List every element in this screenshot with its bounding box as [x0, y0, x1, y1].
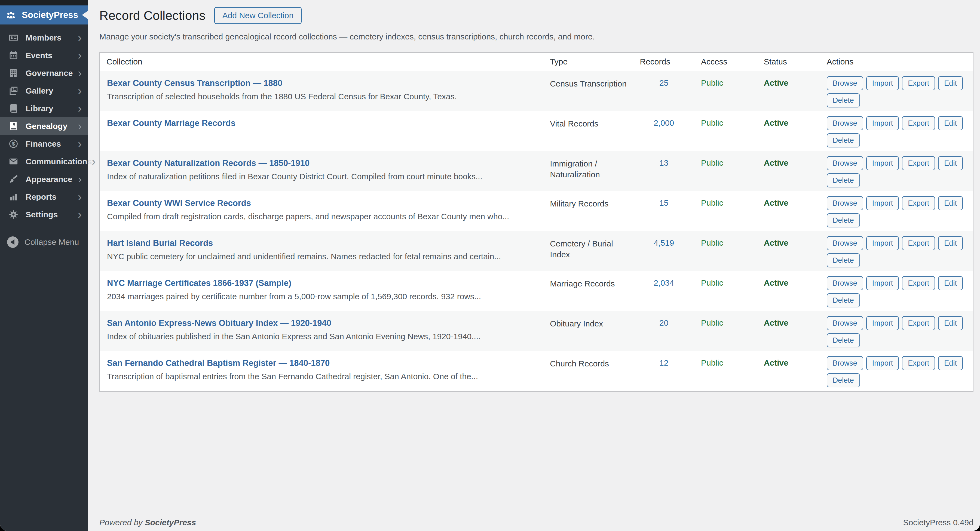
records-count-link[interactable]: 20	[659, 318, 668, 327]
status-badge: Active	[757, 351, 820, 391]
table-row: Bexar County Census Transcription — 1880…	[100, 71, 973, 111]
records-count-link[interactable]: 15	[659, 198, 668, 207]
delete-button[interactable]: Delete	[827, 253, 860, 268]
edit-button[interactable]: Edit	[938, 76, 963, 90]
access-cell: Public	[694, 111, 757, 151]
collection-title-link[interactable]: San Fernando Cathedral Baptism Register …	[107, 358, 330, 368]
table-row: Bexar County Marriage RecordsVital Recor…	[100, 111, 973, 151]
browse-button[interactable]: Browse	[827, 156, 863, 170]
collection-title-link[interactable]: Bexar County Naturalization Records — 18…	[107, 159, 310, 168]
admin-top-bar	[0, 0, 88, 5]
import-button[interactable]: Import	[866, 276, 899, 290]
sidebar-item-label: Library	[25, 104, 53, 113]
collection-title-link[interactable]: Hart Island Burial Records	[107, 238, 213, 248]
browse-button[interactable]: Browse	[827, 356, 863, 370]
delete-button[interactable]: Delete	[827, 173, 860, 187]
sidebar-item-reports[interactable]: Reports›	[0, 188, 88, 206]
status-badge: Active	[757, 151, 820, 191]
browse-button[interactable]: Browse	[827, 236, 863, 250]
sidebar-item-communications[interactable]: Communications›	[0, 152, 88, 170]
browse-button[interactable]: Browse	[827, 276, 863, 290]
sidebar-item-finances[interactable]: $Finances›	[0, 135, 88, 152]
sidebar-item-genealogy[interactable]: Genealogy›	[0, 117, 88, 135]
sidebar-item-label: Members	[25, 33, 62, 43]
edit-button[interactable]: Edit	[938, 156, 963, 170]
sidebar-item-members[interactable]: Members›	[0, 29, 88, 46]
library-icon	[8, 103, 19, 113]
export-button[interactable]: Export	[902, 76, 935, 90]
import-button[interactable]: Import	[866, 356, 899, 370]
collection-title-link[interactable]: San Antonio Express-News Obituary Index …	[107, 318, 331, 328]
import-button[interactable]: Import	[866, 156, 899, 170]
collapse-menu-button[interactable]: Collapse Menu	[0, 236, 88, 248]
chevron-right-icon: ›	[78, 175, 82, 183]
sidebar-item-settings[interactable]: Settings›	[0, 206, 88, 223]
collection-title-link[interactable]: Bexar County Marriage Records	[107, 118, 235, 128]
browse-button[interactable]: Browse	[827, 116, 863, 130]
delete-button[interactable]: Delete	[827, 213, 860, 227]
edit-button[interactable]: Edit	[938, 276, 963, 290]
collection-description: Transcription of baptismal entries from …	[107, 371, 537, 382]
records-cell: 12	[633, 351, 694, 391]
records-count-link[interactable]: 12	[659, 358, 668, 367]
import-button[interactable]: Import	[866, 196, 899, 210]
type-cell: Vital Records	[543, 111, 633, 151]
column-header-access: Access	[694, 53, 757, 71]
browse-button[interactable]: Browse	[827, 316, 863, 330]
records-cell: 4,519	[633, 231, 694, 271]
gallery-icon	[8, 86, 19, 96]
sidebar-item-gallery[interactable]: Gallery›	[0, 82, 88, 100]
export-button[interactable]: Export	[902, 116, 935, 130]
records-count-link[interactable]: 4,519	[654, 238, 674, 247]
current-page-arrow	[82, 11, 88, 19]
page-title: Record Collections	[99, 8, 205, 23]
export-button[interactable]: Export	[902, 156, 935, 170]
records-count-link[interactable]: 25	[659, 78, 668, 87]
export-button[interactable]: Export	[902, 316, 935, 330]
import-button[interactable]: Import	[866, 236, 899, 250]
collection-title-link[interactable]: Bexar County WWI Service Records	[107, 198, 251, 208]
export-button[interactable]: Export	[902, 236, 935, 250]
table-row: Hart Island Burial RecordsNYC public cem…	[100, 231, 973, 271]
browse-button[interactable]: Browse	[827, 196, 863, 210]
brand-name: SocietyPress	[22, 10, 78, 20]
records-count-link[interactable]: 2,034	[654, 278, 674, 287]
sidebar-item-appearance[interactable]: Appearance›	[0, 170, 88, 188]
collection-cell: Bexar County Census Transcription — 1880…	[100, 71, 543, 111]
delete-button[interactable]: Delete	[827, 373, 860, 387]
add-new-collection-button[interactable]: Add New Collection	[214, 7, 302, 24]
browse-button[interactable]: Browse	[827, 76, 863, 90]
page-description: Manage your society's transcribed geneal…	[99, 32, 974, 41]
sidebar-item-label: Governance	[25, 68, 73, 78]
delete-button[interactable]: Delete	[827, 93, 860, 108]
sidebar-item-governance[interactable]: Governance›	[0, 64, 88, 82]
import-button[interactable]: Import	[866, 316, 899, 330]
actions-cell: BrowseImportExportEditDelete	[820, 311, 973, 351]
sidebar-item-library[interactable]: Library›	[0, 100, 88, 117]
sidebar-brand[interactable]: SocietyPress	[0, 5, 88, 24]
collection-description: NYC public cemetery for unclaimed and un…	[107, 251, 537, 262]
delete-button[interactable]: Delete	[827, 133, 860, 147]
delete-button[interactable]: Delete	[827, 333, 860, 347]
type-cell: Military Records	[543, 191, 633, 231]
export-button[interactable]: Export	[902, 196, 935, 210]
chevron-right-icon: ›	[78, 87, 82, 95]
export-button[interactable]: Export	[902, 276, 935, 290]
export-button[interactable]: Export	[902, 356, 935, 370]
records-count-link[interactable]: 2,000	[654, 118, 674, 127]
import-button[interactable]: Import	[866, 116, 899, 130]
edit-button[interactable]: Edit	[938, 196, 963, 210]
collection-title-link[interactable]: NYC Marriage Certificates 1866-1937 (Sam…	[107, 278, 291, 288]
page-heading-row: Record Collections Add New Collection	[99, 7, 974, 24]
edit-button[interactable]: Edit	[938, 116, 963, 130]
edit-button[interactable]: Edit	[938, 236, 963, 250]
edit-button[interactable]: Edit	[938, 316, 963, 330]
sidebar-item-events[interactable]: Events›	[0, 46, 88, 64]
type-cell: Census Transcription	[543, 71, 633, 111]
sidebar-item-label: Genealogy	[25, 122, 67, 131]
import-button[interactable]: Import	[866, 76, 899, 90]
collection-title-link[interactable]: Bexar County Census Transcription — 1880	[107, 78, 282, 88]
records-count-link[interactable]: 13	[659, 159, 668, 167]
delete-button[interactable]: Delete	[827, 293, 860, 308]
edit-button[interactable]: Edit	[938, 356, 963, 370]
